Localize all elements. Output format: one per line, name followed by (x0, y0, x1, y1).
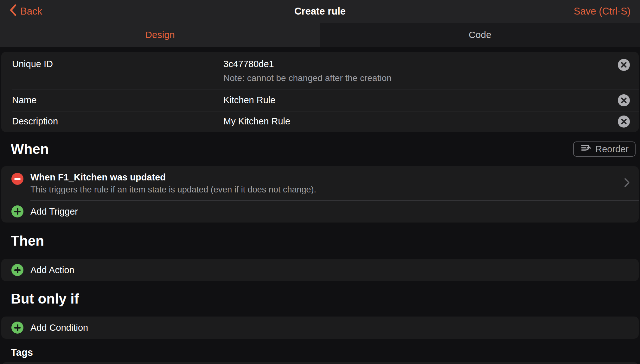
chevron-left-icon (10, 4, 16, 19)
then-title: Then (11, 233, 44, 249)
remove-trigger-button[interactable] (11, 173, 23, 185)
semantic-class-row[interactable]: Semantic Class None (1, 362, 639, 364)
unique-id-note: Note: cannot be changed after the creati… (223, 72, 392, 85)
tab-code[interactable]: Code (320, 23, 640, 47)
plus-icon (11, 264, 23, 276)
design-code-tabbar: Design Code (0, 23, 640, 47)
name-input[interactable]: Kitchen Rule (223, 95, 275, 105)
tags-block-title: Tags (0, 339, 640, 362)
add-condition-label: Add Condition (30, 323, 88, 333)
clear-description-button[interactable] (618, 116, 630, 128)
tags-title: Tags (11, 347, 33, 358)
add-action-button[interactable]: Add Action (1, 259, 639, 281)
reorder-icon (580, 143, 591, 155)
conditions-card: Add Condition (1, 317, 639, 339)
name-label: Name (1, 95, 223, 105)
add-trigger-label: Add Trigger (30, 206, 78, 217)
reorder-button[interactable]: Reorder (573, 141, 636, 157)
plus-icon (11, 205, 23, 217)
triggers-card: When F1_Kitchen was updated This trigger… (1, 166, 639, 223)
clear-icon (618, 59, 630, 71)
reorder-label: Reorder (595, 144, 629, 154)
description-input[interactable]: My Kitchen Rule (223, 116, 290, 127)
trigger-title: When F1_Kitchen was updated (30, 171, 617, 184)
page-title: Create rule (294, 6, 346, 17)
back-button[interactable]: Back (10, 4, 42, 19)
tags-card: Semantic Class None (1, 362, 639, 364)
clear-unique-id-button[interactable] (618, 59, 630, 71)
field-row-name: Name Kitchen Rule (1, 90, 639, 111)
actions-card: Add Action (1, 259, 639, 281)
chevron-right-icon (624, 178, 630, 189)
save-button[interactable]: Save (Ctrl-S) (574, 6, 630, 17)
rule-form-card: Unique ID 3c47780de1 Note: cannot be cha… (1, 52, 639, 132)
description-label: Description (1, 116, 223, 127)
add-action-label: Add Action (30, 265, 74, 275)
add-condition-button[interactable]: Add Condition (1, 317, 639, 339)
unique-id-label: Unique ID (1, 56, 223, 69)
field-row-unique-id: Unique ID 3c47780de1 Note: cannot be cha… (1, 52, 639, 90)
trigger-subtitle: This triggers the rule if an item state … (30, 184, 617, 195)
back-label: Back (20, 6, 42, 17)
clear-icon (618, 116, 630, 128)
clear-icon (618, 94, 630, 106)
unique-id-input[interactable]: 3c47780de1 (223, 56, 392, 72)
field-row-description: Description My Kitchen Rule (1, 111, 639, 132)
section-header-but-only-if: But only if (0, 281, 640, 317)
section-header-then: Then (0, 223, 640, 259)
tab-design[interactable]: Design (0, 23, 320, 47)
when-title: When (11, 141, 49, 157)
plus-icon (11, 322, 23, 334)
trigger-item[interactable]: When F1_Kitchen was updated This trigger… (1, 166, 639, 200)
add-trigger-button[interactable]: Add Trigger (1, 200, 639, 223)
clear-name-button[interactable] (618, 94, 630, 106)
section-header-when: When Reorder (0, 132, 640, 166)
but-only-if-title: But only if (11, 291, 79, 307)
navbar: Back Create rule Save (Ctrl-S) (0, 0, 640, 23)
